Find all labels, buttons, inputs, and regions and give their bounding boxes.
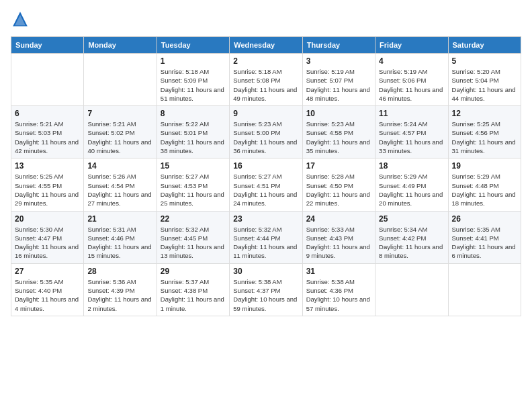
calendar-cell: 14Sunrise: 5:26 AMSunset: 4:54 PMDayligh… <box>84 158 157 211</box>
day-number: 8 <box>161 109 226 118</box>
calendar-cell: 5Sunrise: 5:20 AMSunset: 5:04 PMDaylight… <box>448 54 521 106</box>
calendar-week-row: 20Sunrise: 5:30 AMSunset: 4:47 PMDayligh… <box>11 211 521 263</box>
day-info: Sunrise: 5:35 AMSunset: 4:41 PMDaylight:… <box>452 225 517 261</box>
day-info: Sunrise: 5:32 AMSunset: 4:45 PMDaylight:… <box>161 225 226 261</box>
weekday-header-monday: Monday <box>84 37 157 54</box>
calendar-cell: 6Sunrise: 5:21 AMSunset: 5:03 PMDaylight… <box>11 106 84 158</box>
calendar-cell: 30Sunrise: 5:38 AMSunset: 4:37 PMDayligh… <box>230 263 302 316</box>
day-number: 25 <box>379 214 444 224</box>
day-number: 30 <box>233 267 298 276</box>
day-info: Sunrise: 5:29 AMSunset: 4:49 PMDaylight:… <box>379 172 444 208</box>
weekday-header-friday: Friday <box>375 37 448 54</box>
day-info: Sunrise: 5:35 AMSunset: 4:40 PMDaylight:… <box>15 277 80 313</box>
day-number: 3 <box>306 56 371 66</box>
day-info: Sunrise: 5:37 AMSunset: 4:38 PMDaylight:… <box>161 277 226 313</box>
calendar-cell: 4Sunrise: 5:19 AMSunset: 5:06 PMDaylight… <box>375 54 448 106</box>
day-info: Sunrise: 5:24 AMSunset: 4:57 PMDaylight:… <box>379 120 444 155</box>
day-number: 11 <box>379 109 444 118</box>
day-number: 27 <box>15 267 80 276</box>
calendar-week-row: 1Sunrise: 5:18 AMSunset: 5:09 PMDaylight… <box>11 54 521 106</box>
day-info: Sunrise: 5:30 AMSunset: 4:47 PMDaylight:… <box>15 225 80 261</box>
calendar-week-row: 6Sunrise: 5:21 AMSunset: 5:03 PMDaylight… <box>11 106 521 158</box>
calendar-cell: 23Sunrise: 5:32 AMSunset: 4:44 PMDayligh… <box>230 211 302 263</box>
page-header <box>11 11 521 30</box>
day-info: Sunrise: 5:34 AMSunset: 4:42 PMDaylight:… <box>379 225 444 261</box>
weekday-header-row: SundayMondayTuesdayWednesdayThursdayFrid… <box>11 37 521 54</box>
logo-icon <box>11 11 30 30</box>
day-info: Sunrise: 5:25 AMSunset: 4:56 PMDaylight:… <box>452 120 517 155</box>
day-info: Sunrise: 5:36 AMSunset: 4:39 PMDaylight:… <box>87 277 152 313</box>
day-info: Sunrise: 5:21 AMSunset: 5:03 PMDaylight:… <box>15 120 80 155</box>
calendar-cell: 1Sunrise: 5:18 AMSunset: 5:09 PMDaylight… <box>157 54 229 106</box>
calendar-cell: 8Sunrise: 5:22 AMSunset: 5:01 PMDaylight… <box>157 106 229 158</box>
calendar-cell: 22Sunrise: 5:32 AMSunset: 4:45 PMDayligh… <box>157 211 229 263</box>
day-number: 2 <box>233 56 298 66</box>
calendar-cell: 24Sunrise: 5:33 AMSunset: 4:43 PMDayligh… <box>302 211 375 263</box>
day-number: 9 <box>233 109 298 118</box>
calendar-cell: 10Sunrise: 5:23 AMSunset: 4:58 PMDayligh… <box>302 106 375 158</box>
calendar-cell <box>84 54 157 106</box>
day-number: 26 <box>452 214 517 224</box>
day-number: 20 <box>15 214 80 224</box>
day-number: 14 <box>87 161 152 171</box>
calendar-cell <box>448 263 521 316</box>
calendar-cell: 11Sunrise: 5:24 AMSunset: 4:57 PMDayligh… <box>375 106 448 158</box>
day-number: 31 <box>306 267 371 276</box>
day-number: 16 <box>233 161 298 171</box>
calendar-cell: 29Sunrise: 5:37 AMSunset: 4:38 PMDayligh… <box>157 263 229 316</box>
weekday-header-sunday: Sunday <box>11 37 84 54</box>
weekday-header-saturday: Saturday <box>448 37 521 54</box>
calendar-cell: 17Sunrise: 5:28 AMSunset: 4:50 PMDayligh… <box>302 158 375 211</box>
calendar-cell: 7Sunrise: 5:21 AMSunset: 5:02 PMDaylight… <box>84 106 157 158</box>
day-number: 7 <box>87 109 152 118</box>
calendar-cell: 27Sunrise: 5:35 AMSunset: 4:40 PMDayligh… <box>11 263 84 316</box>
day-number: 19 <box>452 161 517 171</box>
day-info: Sunrise: 5:25 AMSunset: 4:55 PMDaylight:… <box>15 172 80 208</box>
day-number: 17 <box>306 161 371 171</box>
day-number: 23 <box>233 214 298 224</box>
day-info: Sunrise: 5:26 AMSunset: 4:54 PMDaylight:… <box>87 172 152 208</box>
day-number: 28 <box>87 267 152 276</box>
calendar-cell: 15Sunrise: 5:27 AMSunset: 4:53 PMDayligh… <box>157 158 229 211</box>
day-info: Sunrise: 5:38 AMSunset: 4:36 PMDaylight:… <box>306 277 371 313</box>
calendar-cell: 31Sunrise: 5:38 AMSunset: 4:36 PMDayligh… <box>302 263 375 316</box>
calendar-cell: 19Sunrise: 5:29 AMSunset: 4:48 PMDayligh… <box>448 158 521 211</box>
day-info: Sunrise: 5:22 AMSunset: 5:01 PMDaylight:… <box>161 120 226 155</box>
day-number: 15 <box>161 161 226 171</box>
calendar-cell: 3Sunrise: 5:19 AMSunset: 5:07 PMDaylight… <box>302 54 375 106</box>
calendar-cell: 26Sunrise: 5:35 AMSunset: 4:41 PMDayligh… <box>448 211 521 263</box>
calendar-cell: 9Sunrise: 5:23 AMSunset: 5:00 PMDaylight… <box>230 106 302 158</box>
day-info: Sunrise: 5:21 AMSunset: 5:02 PMDaylight:… <box>87 120 152 155</box>
logo <box>11 11 32 30</box>
day-number: 29 <box>161 267 226 276</box>
day-info: Sunrise: 5:18 AMSunset: 5:08 PMDaylight:… <box>233 67 298 103</box>
day-info: Sunrise: 5:23 AMSunset: 4:58 PMDaylight:… <box>306 120 371 155</box>
calendar-cell: 21Sunrise: 5:31 AMSunset: 4:46 PMDayligh… <box>84 211 157 263</box>
calendar-cell: 12Sunrise: 5:25 AMSunset: 4:56 PMDayligh… <box>448 106 521 158</box>
calendar-week-row: 13Sunrise: 5:25 AMSunset: 4:55 PMDayligh… <box>11 158 521 211</box>
day-number: 13 <box>15 161 80 171</box>
weekday-header-tuesday: Tuesday <box>157 37 229 54</box>
day-info: Sunrise: 5:29 AMSunset: 4:48 PMDaylight:… <box>452 172 517 208</box>
day-number: 18 <box>379 161 444 171</box>
day-info: Sunrise: 5:19 AMSunset: 5:06 PMDaylight:… <box>379 67 444 103</box>
day-info: Sunrise: 5:23 AMSunset: 5:00 PMDaylight:… <box>233 120 298 155</box>
weekday-header-wednesday: Wednesday <box>230 37 302 54</box>
calendar-cell <box>11 54 84 106</box>
day-number: 1 <box>161 56 226 66</box>
day-number: 10 <box>306 109 371 118</box>
day-number: 4 <box>379 56 444 66</box>
calendar-table: SundayMondayTuesdayWednesdayThursdayFrid… <box>11 36 521 316</box>
day-info: Sunrise: 5:19 AMSunset: 5:07 PMDaylight:… <box>306 67 371 103</box>
calendar-cell: 2Sunrise: 5:18 AMSunset: 5:08 PMDaylight… <box>230 54 302 106</box>
day-info: Sunrise: 5:31 AMSunset: 4:46 PMDaylight:… <box>87 225 152 261</box>
calendar-cell <box>375 263 448 316</box>
day-number: 6 <box>15 109 80 118</box>
day-info: Sunrise: 5:33 AMSunset: 4:43 PMDaylight:… <box>306 225 371 261</box>
day-info: Sunrise: 5:20 AMSunset: 5:04 PMDaylight:… <box>452 67 517 103</box>
day-info: Sunrise: 5:27 AMSunset: 4:53 PMDaylight:… <box>161 172 226 208</box>
day-info: Sunrise: 5:28 AMSunset: 4:50 PMDaylight:… <box>306 172 371 208</box>
calendar-cell: 16Sunrise: 5:27 AMSunset: 4:51 PMDayligh… <box>230 158 302 211</box>
day-info: Sunrise: 5:32 AMSunset: 4:44 PMDaylight:… <box>233 225 298 261</box>
day-info: Sunrise: 5:38 AMSunset: 4:37 PMDaylight:… <box>233 277 298 313</box>
